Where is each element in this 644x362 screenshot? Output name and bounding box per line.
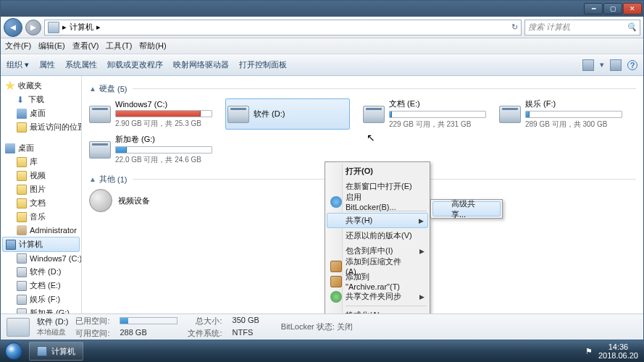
drive-name: Windows7 (C:) xyxy=(115,100,212,109)
collapse-icon: ▲ xyxy=(89,175,96,183)
drive-stat: 22.0 GB 可用，共 24.6 GB xyxy=(115,155,212,165)
sidebar-downloads[interactable]: ⬇下载 xyxy=(1,93,81,106)
sidebar-video[interactable]: 视频 xyxy=(1,169,81,182)
webcam-icon xyxy=(89,189,112,212)
drive-icon xyxy=(363,106,385,123)
tree-drive-c[interactable]: Windows7 (C:) xyxy=(1,252,81,265)
drive-icon xyxy=(17,308,27,314)
tree-drive-d[interactable]: 软件 (D:) xyxy=(1,265,81,279)
tree-drive-f[interactable]: 娱乐 (F:) xyxy=(1,292,81,306)
drive-item[interactable]: 软件 (D:) xyxy=(225,98,350,130)
back-button[interactable]: ◄ xyxy=(4,18,22,37)
context-submenu-item[interactable]: 高级共享... xyxy=(432,201,501,216)
search-box[interactable]: 搜索 计算机 🔍 xyxy=(524,20,640,35)
device-video[interactable]: 视频设备 xyxy=(118,195,150,206)
menu-tools[interactable]: 工具(T) xyxy=(106,41,132,51)
breadcrumb-text[interactable]: 计算机 xyxy=(70,22,93,33)
menu-file[interactable]: 文件(F) xyxy=(5,41,31,51)
sidebar-recent[interactable]: 最近访问的位置 xyxy=(1,120,81,134)
forward-button[interactable]: ► xyxy=(25,20,41,35)
collapse-icon: ▲ xyxy=(89,85,96,93)
desktop-header[interactable]: 桌面 xyxy=(1,141,81,155)
usage-bar xyxy=(389,111,486,118)
sidebar-desktop[interactable]: 桌面 xyxy=(1,106,81,120)
context-menu-item[interactable]: 共享(H)▶ xyxy=(327,213,428,228)
start-button[interactable] xyxy=(0,340,28,362)
nav-pane: 收藏夹 ⬇下载 桌面 最近访问的位置 桌面 库 视频 图片 文档 音乐 Admi… xyxy=(1,76,82,313)
bl-icon xyxy=(330,196,342,208)
desktop-icon xyxy=(5,143,15,153)
folder-icon xyxy=(17,198,27,209)
taskbar-explorer[interactable]: 计算机 xyxy=(29,342,83,361)
drive-icon xyxy=(227,106,249,123)
drive-item[interactable]: 娱乐 (F:) 289 GB 可用，共 300 GB xyxy=(499,98,622,130)
breadcrumb-sep: ▸ xyxy=(62,22,67,32)
recent-icon xyxy=(17,122,27,132)
maximize-button[interactable]: ▢ xyxy=(603,3,622,14)
close-button[interactable]: ✕ xyxy=(623,3,642,14)
usage-bar xyxy=(120,317,177,324)
tray-flag-icon[interactable]: ⚑ xyxy=(585,347,593,356)
ar-icon xyxy=(330,261,342,272)
drive-item[interactable]: Windows7 (C:) 2.90 GB 可用，共 25.3 GB xyxy=(89,98,212,130)
menu-view[interactable]: 查看(V) xyxy=(72,41,99,51)
minimize-button[interactable]: ━ xyxy=(584,3,603,14)
organize-button[interactable]: 组织 ▾ xyxy=(7,59,29,70)
tree-drive-e[interactable]: 文档 (E:) xyxy=(1,279,81,292)
sidebar-admin[interactable]: Administrator xyxy=(1,224,81,237)
search-icon: 🔍 xyxy=(627,22,637,32)
map-drive-button[interactable]: 映射网络驱动器 xyxy=(173,59,229,70)
system-tray[interactable]: ⚑ 14:36 2018.06.20 xyxy=(580,342,644,360)
context-menu-item[interactable]: 打开(O) xyxy=(327,164,428,179)
context-menu-item[interactable]: 还原以前的版本(V) xyxy=(327,228,428,243)
folder-icon xyxy=(17,212,27,222)
tree-drive-g[interactable]: 新加卷 (G:) xyxy=(1,306,81,313)
desktop-icon xyxy=(17,109,27,119)
sidebar-docs[interactable]: 文档 xyxy=(1,196,81,210)
uninstall-button[interactable]: 卸载或更改程序 xyxy=(107,59,163,70)
submenu-arrow-icon: ▶ xyxy=(419,248,425,255)
folder-icon xyxy=(17,185,27,195)
submenu-arrow-icon: ▶ xyxy=(419,217,424,224)
drive-stat: 2.90 GB 可用，共 25.3 GB xyxy=(115,119,212,129)
usage-bar xyxy=(525,111,622,118)
menu-edit[interactable]: 编辑(E) xyxy=(38,41,65,51)
favorites-header[interactable]: 收藏夹 xyxy=(1,79,81,93)
context-submenu: 高级共享... xyxy=(430,199,503,219)
control-panel-button[interactable]: 打开控制面板 xyxy=(239,59,287,70)
drive-icon xyxy=(17,295,27,305)
drive-stat: 289 GB 可用，共 300 GB xyxy=(525,119,622,130)
drive-name: 娱乐 (F:) xyxy=(525,98,622,109)
drive-name: 文档 (E:) xyxy=(389,98,486,109)
context-menu-item[interactable]: 添加到 "Archive.rar"(T) xyxy=(327,274,428,289)
menu-help[interactable]: 帮助(H) xyxy=(139,41,166,51)
user-icon xyxy=(17,225,27,235)
preview-pane-icon[interactable] xyxy=(610,59,622,71)
refresh-icon[interactable]: ↻ xyxy=(511,22,518,32)
section-disks[interactable]: ▲ 硬盘 (5) xyxy=(89,83,636,94)
drive-icon xyxy=(89,106,111,123)
clock[interactable]: 14:36 2018.06.20 xyxy=(598,342,638,360)
drive-icon xyxy=(17,267,27,277)
view-more-icon[interactable]: ▾ xyxy=(600,60,604,70)
system-props-button[interactable]: 系统属性 xyxy=(65,59,97,70)
usage-bar xyxy=(115,146,212,153)
sy-icon xyxy=(330,291,342,303)
help-icon[interactable]: ? xyxy=(627,60,637,70)
libraries-header[interactable]: 库 xyxy=(1,155,81,169)
sidebar-pictures[interactable]: 图片 xyxy=(1,182,81,196)
context-menu-item[interactable]: 启用 BitLocker(B)... xyxy=(327,194,428,209)
address-bar[interactable]: ▸ 计算机 ▸ ↻ xyxy=(44,20,522,35)
context-menu-item[interactable]: 共享文件夹同步▶ xyxy=(327,289,428,304)
drive-icon xyxy=(17,253,27,264)
sidebar-computer[interactable]: 计算机 xyxy=(2,237,80,252)
status-type: 本地磁盘 xyxy=(37,327,68,337)
properties-button[interactable]: 属性 xyxy=(39,59,55,70)
sidebar-music[interactable]: 音乐 xyxy=(1,210,81,224)
context-menu-item[interactable]: 格式化(A)... xyxy=(327,308,428,313)
explorer-window: ━ ▢ ✕ ◄ ► ▸ 计算机 ▸ ↻ 搜索 计算机 🔍 文件(F) 编辑(E)… xyxy=(0,0,644,340)
drive-item[interactable]: 新加卷 (G:) 22.0 GB 可用，共 24.6 GB xyxy=(89,134,212,165)
view-mode-icon[interactable] xyxy=(582,59,594,71)
drive-item[interactable]: 文档 (E:) 229 GB 可用，共 231 GB xyxy=(363,98,486,130)
computer-icon xyxy=(37,346,47,356)
